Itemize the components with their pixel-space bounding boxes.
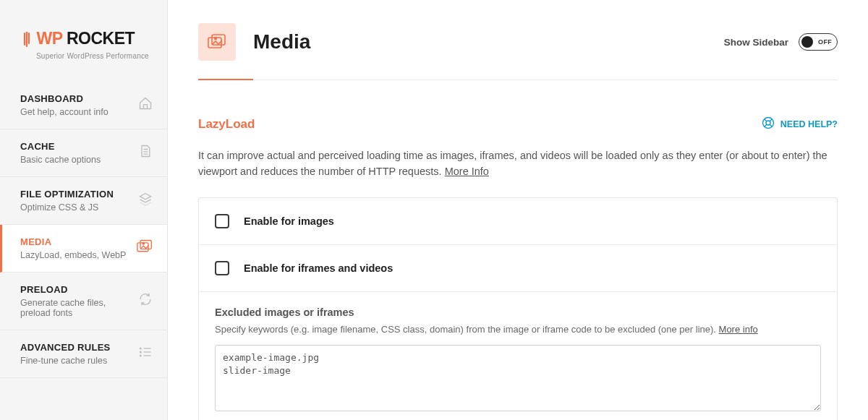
sidebar-item-cache[interactable]: CACHE Basic cache options (0, 129, 167, 177)
sidebar-item-desc: Generate cache files, preload fonts (20, 298, 132, 318)
home-icon (138, 96, 153, 113)
media-page-icon (198, 23, 236, 61)
svg-point-14 (766, 121, 770, 125)
svg-point-6 (140, 355, 142, 356)
excluded-textarea[interactable] (215, 345, 821, 411)
rocket-flames-icon (22, 32, 32, 51)
section-title-lazyload: LazyLoad (198, 117, 255, 132)
show-sidebar-toggle[interactable]: OFF (799, 33, 838, 51)
excluded-title: Excluded images or iframes (215, 307, 821, 318)
sidebar-item-preload[interactable]: PRELOAD Generate cache files, preload fo… (0, 273, 167, 330)
refresh-icon (138, 292, 153, 309)
sidebar-item-desc: Basic cache options (20, 155, 132, 165)
checkbox-enable-iframes[interactable]: Enable for iframes and videos (199, 245, 837, 292)
svg-line-18 (770, 119, 772, 121)
more-info-link[interactable]: More Info (445, 166, 489, 177)
more-info-link[interactable]: More info (719, 324, 758, 335)
svg-point-12 (215, 38, 217, 40)
svg-point-5 (140, 351, 142, 353)
sidebar-item-file-optimization[interactable]: FILE OPTIMIZATION Optimize CSS & JS (0, 177, 167, 225)
show-sidebar-label: Show Sidebar (724, 37, 788, 48)
page-header: Media Show Sidebar OFF (198, 23, 838, 80)
svg-marker-0 (140, 194, 151, 200)
svg-line-15 (765, 119, 767, 121)
sidebar-item-title: CACHE (20, 141, 132, 152)
sidebar-item-title: ADVANCED RULES (20, 342, 132, 353)
checkbox-icon (215, 214, 229, 228)
layers-icon (138, 192, 153, 209)
list-icon (138, 345, 153, 362)
toggle-state: OFF (818, 38, 832, 46)
page-title: Media (253, 30, 310, 53)
sidebar-item-dashboard[interactable]: DASHBOARD Get help, account info (0, 82, 167, 129)
sidebar-item-desc: LazyLoad, embeds, WebP (20, 250, 131, 260)
sidebar-item-title: FILE OPTIMIZATION (20, 189, 132, 200)
sidebar-item-desc: Fine-tune cache rules (20, 356, 132, 366)
sidebar-item-title: DASHBOARD (20, 93, 132, 104)
sidebar-item-title: MEDIA (20, 236, 131, 247)
help-icon (762, 116, 775, 132)
svg-point-4 (140, 348, 142, 349)
document-icon (138, 144, 153, 161)
excluded-description: Specify keywords (e.g. image filename, C… (215, 324, 821, 335)
svg-line-17 (765, 124, 767, 127)
logo: WP ROCKET Superior WordPress Performance (0, 0, 167, 82)
svg-point-3 (142, 243, 144, 244)
svg-line-16 (770, 124, 772, 127)
section-description: It can improve actual and perceived load… (198, 147, 838, 180)
sidebar-item-media[interactable]: MEDIA LazyLoad, embeds, WebP (0, 225, 167, 273)
sidebar: WP ROCKET Superior WordPress Performance… (0, 0, 168, 420)
checkbox-enable-images[interactable]: Enable for images (199, 198, 837, 245)
logo-rocket: ROCKET (67, 29, 135, 48)
need-help-link[interactable]: NEED HELP? (762, 116, 838, 132)
logo-tagline: Superior WordPress Performance (36, 52, 153, 60)
checkbox-icon (215, 261, 229, 275)
sidebar-item-desc: Optimize CSS & JS (20, 202, 132, 213)
sidebar-item-desc: Get help, account info (20, 107, 132, 117)
images-icon (137, 239, 153, 257)
sidebar-item-title: PRELOAD (20, 284, 132, 295)
main-content: Media Show Sidebar OFF LazyLoad NEED HEL… (168, 0, 868, 420)
sidebar-item-advanced-rules[interactable]: ADVANCED RULES Fine-tune cache rules (0, 330, 167, 378)
options-panel: Enable for images Enable for iframes and… (198, 197, 838, 420)
logo-wp: WP (36, 29, 62, 48)
